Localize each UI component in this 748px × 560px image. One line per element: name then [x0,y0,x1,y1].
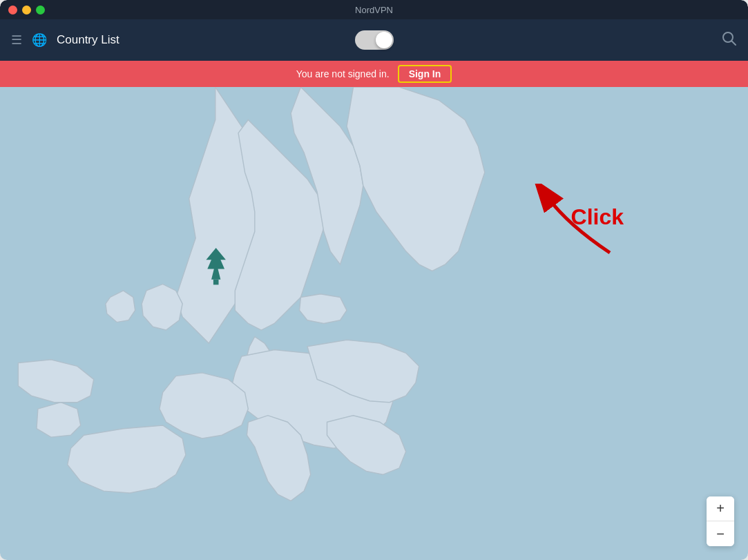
map-svg [0,87,748,560]
map-area: Click + − [0,87,748,560]
app-window: NordVPN ☰ 🌐 Country List You are not sig… [0,0,748,560]
vpn-toggle-container [355,30,394,50]
globe-icon: 🌐 [32,32,47,48]
country-list-label[interactable]: Country List [57,33,119,47]
window-controls [8,6,45,15]
zoom-in-button[interactable]: + [707,496,734,521]
minimize-button[interactable] [22,6,31,15]
nav-bar: ☰ 🌐 Country List [0,19,748,61]
signin-banner: You are not signed in. Sign In [0,61,748,87]
app-title: NordVPN [355,5,393,15]
svg-line-1 [732,41,736,45]
vpn-toggle[interactable] [355,30,394,50]
signin-message: You are not signed in. [296,68,390,79]
zoom-controls: + − [707,496,734,546]
toggle-knob [376,32,392,48]
nav-left: ☰ 🌐 Country List [11,32,119,48]
close-button[interactable] [8,6,17,15]
signin-button[interactable]: Sign In [398,65,452,83]
title-bar: NordVPN [0,0,748,19]
svg-rect-3 [213,280,219,285]
maximize-button[interactable] [36,6,45,15]
search-icon[interactable] [722,31,737,50]
zoom-out-button[interactable]: − [707,521,734,546]
hamburger-icon[interactable]: ☰ [11,34,22,46]
